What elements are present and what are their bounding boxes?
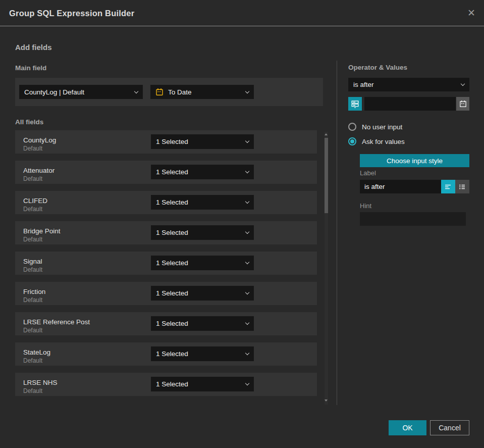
field-selected-dropdown-label: 1 Selected [156,168,242,176]
chevron-down-icon [245,260,249,264]
field-selected-dropdown-label: 1 Selected [156,289,242,297]
hint-field-label: Hint [360,202,371,210]
radio-ask-for-values[interactable]: Ask for values [348,137,405,145]
radio-selected-icon [348,137,356,145]
date-type-dropdown-value: To Date [168,88,242,96]
field-row: Signal Default 1 Selected [15,252,317,275]
operator-values-panel: Operator & Values is after [348,61,469,273]
field-selected-dropdown-label: 1 Selected [156,198,242,206]
dialog-title: Group SQL Expression Builder [9,0,134,26]
chevron-down-icon [245,290,249,294]
field-name: StateLog [23,349,50,356]
chevron-down-icon [245,139,249,143]
field-selected-dropdown[interactable]: 1 Selected [151,286,254,301]
field-selected-dropdown[interactable]: 1 Selected [151,377,254,391]
main-field-heading: Main field [15,64,46,72]
radio-ask-for-values-label: Ask for values [362,138,405,145]
field-row: Bridge Point Default 1 Selected [15,221,317,244]
chevron-down-icon [245,351,249,355]
field-name: Attenuator [23,167,55,174]
field-selected-dropdown-label: 1 Selected [156,138,242,145]
field-name: Signal [23,258,42,265]
close-icon[interactable]: ✕ [465,7,478,20]
field-subtitle: Default [23,175,42,182]
chevron-down-icon [245,230,249,234]
text-input-style-button[interactable] [441,180,455,193]
field-subtitle: Default [23,236,42,243]
choose-input-style-button[interactable]: Choose input style [360,154,469,167]
unique-values-button[interactable] [348,97,362,111]
all-fields-heading: All fields [15,118,43,126]
field-row: Attenuator Default 1 Selected [15,161,317,184]
scroll-down-arrow-icon[interactable] [325,400,328,402]
date-type-dropdown[interactable]: To Date [150,85,254,99]
radio-no-user-input-label: No user input [362,123,402,131]
field-name: LRSE Reference Post [23,318,90,326]
scrollbar-thumb[interactable] [325,138,328,213]
chevron-down-icon [134,89,138,93]
field-name: Friction [23,288,45,295]
field-selected-dropdown[interactable]: 1 Selected [151,316,254,331]
label-field-label: Label [360,169,376,177]
field-selected-dropdown[interactable]: 1 Selected [151,225,254,240]
chevron-down-icon [245,169,249,173]
operator-dropdown[interactable]: is after [348,78,469,91]
operator-dropdown-value: is after [353,81,457,88]
scroll-up-arrow-icon[interactable] [325,133,328,135]
field-subtitle: Default [23,266,42,273]
calendar-icon [155,88,164,96]
chevron-down-icon [245,321,249,325]
field-row: LRSE NHS Default 1 Selected [15,373,317,396]
field-selected-dropdown-label: 1 Selected [156,380,242,388]
field-selected-dropdown[interactable]: 1 Selected [151,195,254,210]
field-selected-dropdown-label: 1 Selected [156,350,242,358]
field-name: CLIFED [23,197,47,205]
chevron-down-icon [245,89,249,93]
field-row: StateLog Default 1 Selected [15,342,317,366]
date-picker-button[interactable] [456,97,469,111]
hint-input[interactable] [360,212,466,226]
main-field-dropdown[interactable]: CountyLog | Default [19,85,143,99]
field-selected-dropdown-label: 1 Selected [156,320,242,327]
main-field-dropdown-value: CountyLog | Default [24,88,131,96]
dialog-header: Group SQL Expression Builder ✕ [0,0,484,26]
chevron-down-icon [461,82,465,86]
list-scrollbar[interactable] [325,132,328,405]
value-input[interactable] [364,97,456,111]
field-subtitle: Default [23,145,42,152]
label-input[interactable] [360,180,441,193]
chevron-down-icon [245,381,249,385]
field-subtitle: Default [23,296,42,304]
field-row: LRSE Reference Post Default 1 Selected [15,312,317,335]
field-row: Friction Default 1 Selected [15,282,317,305]
field-selected-dropdown[interactable]: 1 Selected [151,134,254,149]
ok-button[interactable]: OK [389,420,426,435]
cancel-button[interactable]: Cancel [430,420,469,435]
operator-values-heading: Operator & Values [348,64,407,71]
field-selected-dropdown[interactable]: 1 Selected [151,256,254,270]
field-selected-dropdown-label: 1 Selected [156,259,242,267]
field-subtitle: Default [23,327,42,334]
field-subtitle: Default [23,387,42,394]
add-fields-heading: Add fields [15,43,52,52]
field-subtitle: Default [23,206,42,213]
radio-circle-icon [348,123,356,131]
list-input-style-button[interactable] [455,180,469,193]
field-selected-dropdown[interactable]: 1 Selected [151,165,254,179]
chevron-down-icon [245,200,249,204]
field-row: CountyLog Default 1 Selected [15,130,317,154]
field-name: LRSE NHS [23,379,58,386]
group-sql-expression-builder-dialog: Group SQL Expression Builder ✕ Add field… [0,0,484,448]
field-selected-dropdown-label: 1 Selected [156,229,242,236]
field-subtitle: Default [23,357,42,364]
all-fields-list: CountyLog Default 1 Selected Attenuator … [15,130,317,403]
field-name: CountyLog [23,136,56,144]
field-name: Bridge Point [23,227,61,235]
main-field-panel: CountyLog | Default To Date [15,78,323,106]
radio-no-user-input[interactable]: No user input [348,123,402,131]
panel-divider [337,61,337,405]
field-row: CLIFED Default 1 Selected [15,191,317,214]
field-selected-dropdown[interactable]: 1 Selected [151,346,254,361]
